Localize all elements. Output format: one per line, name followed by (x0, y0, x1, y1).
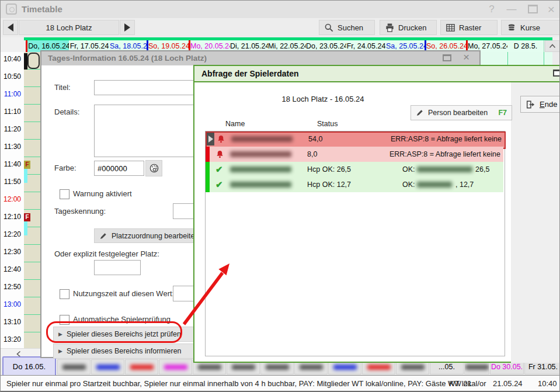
search-button[interactable]: Suchen (319, 20, 375, 35)
status-kw: KW 21 (449, 379, 472, 388)
search-label: Suchen (338, 23, 363, 32)
player-name-redacted (230, 182, 291, 188)
player-row-3[interactable]: ✔Hcp OK: 26,5OK:26,5 (206, 162, 503, 177)
player-detail: ERR:ASP:8 = Abfrage liefert keine (389, 150, 500, 158)
day-tab-redacted-label (401, 365, 425, 370)
platzzuordnung-button[interactable]: Platzzuordnung bearbeiten (94, 228, 207, 243)
abfrage-spielerdaten-dialog: Abfrage der Spielerdaten 18 Loch Platz -… (193, 65, 560, 363)
abfrage-dialog-title: Abfrage der Spielerdaten (201, 69, 299, 78)
warnung-label: Warnung aktiviert (73, 189, 132, 198)
player-name-redacted (231, 136, 293, 142)
player-status: 8,0 (307, 150, 317, 158)
day-tab-redacted-label (367, 365, 391, 370)
person-bearbeiten-label: Person bearbeiten (428, 109, 488, 117)
time-label-12-20: 12:20 (1, 228, 21, 240)
tages-maximize-button[interactable] (443, 54, 451, 61)
warnung-checkbox[interactable] (60, 189, 69, 199)
app-clock-icon (6, 4, 17, 15)
flag-marker-1140[interactable]: F (24, 161, 30, 169)
explizit-platz-input[interactable] (94, 260, 141, 275)
help-button[interactable]: ? (484, 2, 499, 16)
raster-label: Raster (459, 23, 481, 32)
row-status-strip (206, 162, 210, 177)
selected-row-marker (207, 133, 214, 145)
player-detail-value: 26,5 (475, 165, 489, 174)
day-tab-redacted-label (164, 365, 187, 370)
player-row-2[interactable]: 8,0ERR:ASP:8 = Abfrage liefert keine (206, 147, 503, 162)
check-icon: ✔ (215, 165, 225, 174)
flag-marker-1210[interactable]: F (24, 213, 30, 221)
pencil-icon (99, 232, 107, 240)
tages-close-button[interactable]: × (463, 51, 469, 64)
print-label: Drucken (398, 23, 426, 32)
raster-button[interactable]: Raster (440, 20, 498, 35)
exit-icon (526, 100, 535, 109)
course-selector[interactable]: 18 Loch Platz (19, 20, 119, 35)
tageskennung-label: Tageskennung: (54, 207, 106, 216)
day-tab-2[interactable] (57, 359, 91, 374)
coins-icon (506, 23, 517, 33)
tages-dialog-title: Tages-Information 16.05.24 (18 Loch Plat… (48, 54, 207, 63)
abfrage-side-panel (511, 82, 560, 363)
grid-icon (446, 23, 455, 33)
time-label-10-40: 10:40 (1, 53, 21, 65)
day-tab-3[interactable] (91, 359, 124, 374)
day-tab-4[interactable] (125, 359, 158, 374)
status-date: 21.05.24 (493, 379, 523, 388)
farbe-label: Farbe: (54, 164, 76, 172)
date-header-13[interactable]: D 28.5. (507, 40, 544, 52)
day-tab-redacted-label (232, 365, 255, 370)
print-button[interactable]: Drucken (380, 20, 437, 35)
arrow-right-icon (124, 23, 130, 32)
time-label-11-10: 11:10 (1, 106, 21, 117)
player-status: Hcp OK: 12,7 (307, 181, 351, 189)
maximize-button[interactable] (525, 4, 540, 18)
player-detail-redacted (417, 182, 452, 188)
chevron-up-icon (549, 44, 556, 48)
color-picker-button[interactable] (145, 160, 162, 176)
annotation-highlight-circle (46, 321, 182, 343)
kurse-button[interactable]: Kurse (501, 20, 560, 35)
day-tab-redacted-label (96, 365, 120, 370)
day-tab-5[interactable] (159, 359, 192, 374)
player-row-4[interactable]: ✔Hcp OK: 12,7OK:, 12,7 (206, 177, 503, 192)
titel-label: Titel: (54, 83, 71, 92)
close-button[interactable]: × (544, 2, 559, 16)
time-label-12-30: 12:30 (1, 246, 21, 258)
main-toolbar: 18 Loch Platz xxxxx Suchen Drucken Raste… (1, 18, 559, 37)
time-label-12-10: 12:10 (1, 211, 21, 223)
day-tab-redacted-label (266, 365, 289, 370)
pencil-icon (416, 109, 424, 117)
marker-bar-1140 (24, 169, 27, 183)
time-label-13-00: 13:00 (1, 299, 21, 310)
details-label: Details: (54, 107, 79, 116)
abfrage-maximize-button[interactable] (553, 70, 560, 77)
ende-button[interactable]: Ende (520, 96, 560, 113)
person-hotkey: F7 (498, 109, 507, 117)
time-label-11-00: 11:00 (1, 88, 21, 100)
tages-dialog-titlebar[interactable]: Tages-Information 16.05.24 (18 Loch Plat… (41, 51, 479, 65)
titel-input[interactable] (94, 80, 204, 95)
player-status: 54,0 (308, 135, 322, 143)
nutzungszeit-checkbox[interactable] (60, 289, 69, 299)
minimize-button[interactable]: — (504, 2, 519, 16)
prev-course-button[interactable] (3, 20, 18, 35)
player-detail-prefix: OK: (402, 181, 415, 189)
player-name-redacted (230, 151, 291, 157)
platzzuordnung-label: Platzzuordnung bearbeiten (112, 232, 199, 240)
details-textarea[interactable] (94, 105, 204, 157)
player-name-redacted (230, 166, 291, 172)
abfrage-dialog-titlebar[interactable]: Abfrage der Spielerdaten (194, 66, 560, 82)
next-course-button[interactable] (120, 20, 135, 35)
day-column-16-05[interactable]: F F (24, 52, 40, 348)
spieler-informieren-button[interactable]: ▶ Spieler dieses Bereichs informieren (53, 344, 207, 359)
status-message: Spieler nur einmal pro Startzeit buchbar… (6, 379, 486, 388)
player-detail-prefix: OK: (402, 165, 415, 174)
farbe-input[interactable] (94, 161, 144, 176)
person-bearbeiten-button[interactable]: Person bearbeiten F7 (411, 105, 512, 120)
time-label-13-20: 13:20 (1, 334, 21, 345)
scroll-up-button[interactable] (545, 40, 560, 52)
timetable-window: Timetable ? — × 18 Loch Platz xxxxx Such… (0, 0, 560, 392)
day-tab-redacted-label (198, 365, 221, 370)
day-tab-selected[interactable]: Do 16.05. (2, 356, 56, 376)
